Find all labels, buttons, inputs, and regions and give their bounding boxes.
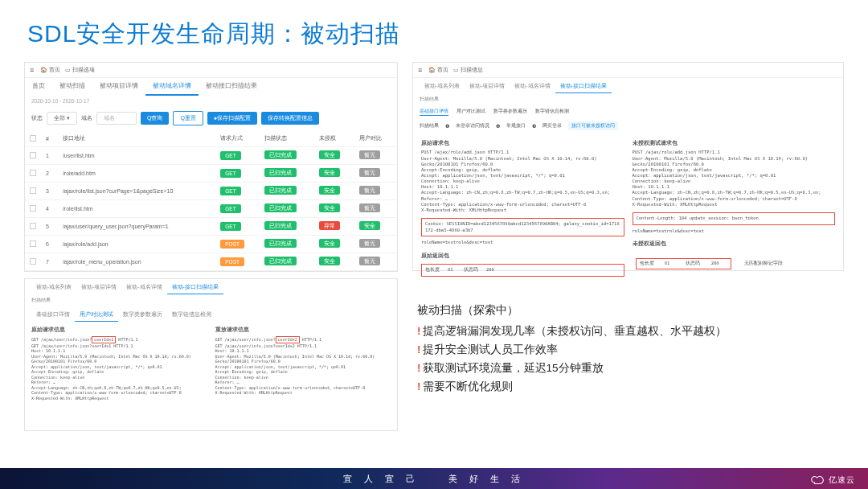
auth-badge: 安全 — [319, 150, 340, 159]
save-config-button[interactable]: ●保存扫描配置 — [207, 112, 257, 125]
label-domain: 域名 — [81, 114, 92, 122]
rt-tab-0[interactable]: 被动-域名列表 — [420, 80, 465, 93]
sp-tab-1[interactable]: 被动-项目详情 — [76, 281, 121, 294]
cmp-badge: 暂无 — [359, 150, 380, 159]
cmp-badge: 安全 — [359, 221, 380, 230]
method-badge: GET — [220, 187, 240, 195]
rts-tab-2[interactable]: 数字类参数遍历 — [493, 108, 527, 116]
checkbox[interactable] — [30, 152, 36, 158]
checkbox[interactable] — [30, 240, 36, 247]
select-status[interactable]: 全部 ▾ — [47, 112, 77, 125]
noauth-resp-box: 包长度 81 状态码 200 — [636, 258, 731, 269]
method-badge: GET — [220, 151, 240, 160]
cmp-badge: 暂无 — [359, 257, 380, 265]
bullet-icon: ! — [417, 362, 421, 374]
table-row[interactable]: 2/role/add.htmGET已扫完成安全暂无 — [25, 165, 397, 183]
label-status: 状态 — [31, 114, 43, 122]
auth-badge: 安全 — [319, 203, 340, 212]
auth-badge: 安全 — [319, 186, 340, 195]
cookie-highlight: Cookie: SESSIONID=abcd1234567890abcd1234… — [421, 218, 624, 236]
input-domain[interactable]: 域名 — [96, 112, 137, 125]
breadcrumb: 🏠 首页 ▭ 扫描选项 — [40, 66, 95, 74]
footer-left: 宜 人 宜 己 — [343, 473, 420, 485]
sp-tab-3[interactable]: 被动-接口扫描结果 — [167, 281, 223, 294]
sp-tab-2[interactable]: 被动-域名详情 — [121, 281, 166, 294]
brand-logo: 亿速云 — [811, 475, 855, 486]
method-badge: POST — [220, 257, 244, 266]
cmp-badge: 暂无 — [359, 239, 380, 248]
bullet-icon: ! — [417, 380, 421, 392]
scan-badge: 已扫完成 — [264, 257, 297, 265]
checkbox-all[interactable] — [30, 135, 36, 142]
rts-tab-3[interactable]: 数字链信息检测 — [535, 108, 569, 116]
reset-button[interactable]: Q重置 — [173, 111, 203, 125]
checkbox[interactable] — [30, 258, 36, 265]
scan-badge: 已扫完成 — [264, 203, 297, 212]
auth-badge: 异常 — [319, 221, 340, 230]
auth-badge: 安全 — [319, 239, 340, 248]
panel-noauth-detail: ≡ 🏠 首页 ▭ 扫描信息 被动-域名列表 被动-项目详情 被动-域名详情 被动… — [412, 62, 844, 271]
footer-bar: 宜 人 宜 己 美 好 生 活 — [0, 468, 868, 489]
scan-badge: 已扫完成 — [264, 221, 297, 230]
table-row[interactable]: 3/ajax/role/list.json?curPage=1&pageSize… — [25, 183, 397, 200]
rt-tab-1[interactable]: 被动-项目详情 — [465, 80, 510, 93]
method-badge: GET — [220, 204, 240, 213]
auth-badge: 安全 — [319, 168, 340, 177]
bullet-icon: ! — [417, 325, 421, 337]
table-row[interactable]: 1/user/list.htmGET已扫完成安全暂无 — [25, 147, 397, 165]
replay-request: 重放请求信息 GET /ajax/user/info.json?userId=2… — [215, 327, 391, 401]
cmp-badge: 暂无 — [359, 168, 380, 177]
orig-resp-box: 包长度81 状态码200 — [421, 264, 624, 277]
slide-title: SDL安全开发生命周期：被动扫描 — [0, 0, 868, 59]
save-login-config-button[interactable]: 保存转换配置信息 — [261, 112, 319, 125]
sp2-tab-0[interactable]: 基础接口详情 — [31, 309, 75, 322]
panel-domain-detail: ≡ 🏠 首页 ▭ 扫描选项 首页 被动扫描 被动项目详情 被动域名详情 被动接口… — [24, 62, 398, 272]
description-block: 被动扫描（探索中） !提高逻辑漏洞发现几率（未授权访问、垂直越权、水平越权） !… — [412, 303, 844, 397]
checkbox[interactable] — [30, 170, 36, 176]
bullet-icon: ! — [417, 343, 421, 355]
sp2-tab-1[interactable]: 用户对比测试 — [75, 309, 118, 322]
main-tabs: 首页 被动扫描 被动项目详情 被动域名详情 被动接口扫描结果 — [25, 78, 397, 96]
rts-tab-1[interactable]: 用户对比测试 — [457, 108, 485, 116]
checkbox[interactable] — [30, 223, 36, 229]
method-badge: GET — [220, 169, 240, 178]
sp2-tab-2[interactable]: 数字类参数遍历 — [118, 309, 167, 322]
checkbox[interactable] — [30, 187, 36, 194]
desc-title: 被动扫描（探索中） — [417, 303, 844, 318]
sp2-tab-3[interactable]: 数字链信息检测 — [167, 309, 216, 322]
rts-tab-0[interactable]: 基础接口详情 — [420, 108, 448, 116]
cmp-badge: 暂无 — [359, 203, 380, 212]
table-row[interactable]: 7/ajax/role_menu_operation.jsonPOST已扫完成安… — [25, 253, 397, 271]
tab-api-result[interactable]: 被动接口扫描结果 — [199, 78, 264, 96]
sp-tab-0[interactable]: 被动-域名列表 — [31, 281, 76, 294]
tab-passive-scan[interactable]: 被动扫描 — [52, 78, 92, 96]
menu-icon[interactable]: ≡ — [418, 66, 422, 74]
tab-domain-detail[interactable]: 被动域名详情 — [145, 78, 199, 96]
method-badge: GET — [220, 222, 240, 231]
scan-result-tag: 接口可被未授权访问 — [568, 121, 618, 130]
right-section-label: 扫描结果 — [413, 93, 843, 105]
tab-project-detail[interactable]: 被动项目详情 — [92, 78, 145, 96]
orig-request: 原始请求信息 GET /ajax/user/info.json?userId=1… — [31, 327, 207, 401]
menu-icon[interactable]: ≡ — [30, 66, 34, 74]
cmp-badge: 暂无 — [359, 186, 380, 195]
noauth-packet: 未授权测试请求包 POST /ajax/role/add.json HTTP/1… — [633, 140, 836, 277]
tab-home[interactable]: 首页 — [25, 78, 52, 96]
method-badge: POST — [220, 240, 244, 249]
table-row[interactable]: 5/ajax/user/query_user.json?queryParam=1… — [25, 218, 397, 236]
table-row[interactable]: 4/role/list.htmGET已扫完成安全暂无 — [25, 200, 397, 218]
scan-badge: 已扫完成 — [264, 150, 297, 159]
date-range[interactable]: 2020-10-10 - 2020-10-17 — [25, 96, 397, 106]
footer-right: 美 好 生 活 — [448, 473, 525, 485]
small-section-label: 扫描结果 — [25, 294, 397, 306]
rt-tab-2[interactable]: 被动-域名详情 — [510, 80, 555, 93]
scan-badge: 已扫完成 — [264, 186, 297, 195]
rt-tab-3[interactable]: 被动-接口扫描结果 — [555, 80, 612, 93]
table-row[interactable]: 6/ajax/role/add.jsonPOST已扫完成安全暂无 — [25, 236, 397, 253]
noauth-cookie-highlight: Content-Length: 104 update_session: bson… — [633, 212, 836, 225]
scan-badge: 已扫完成 — [264, 239, 297, 248]
checkbox[interactable] — [30, 205, 36, 212]
scan-result-line: 扫描结果❶ 未登录访问情况❷ 常规接口❸ 网页登录 接口可被未授权访问 — [413, 118, 843, 134]
search-button[interactable]: Q查询 — [141, 112, 169, 125]
scan-badge: 已扫完成 — [264, 168, 297, 177]
